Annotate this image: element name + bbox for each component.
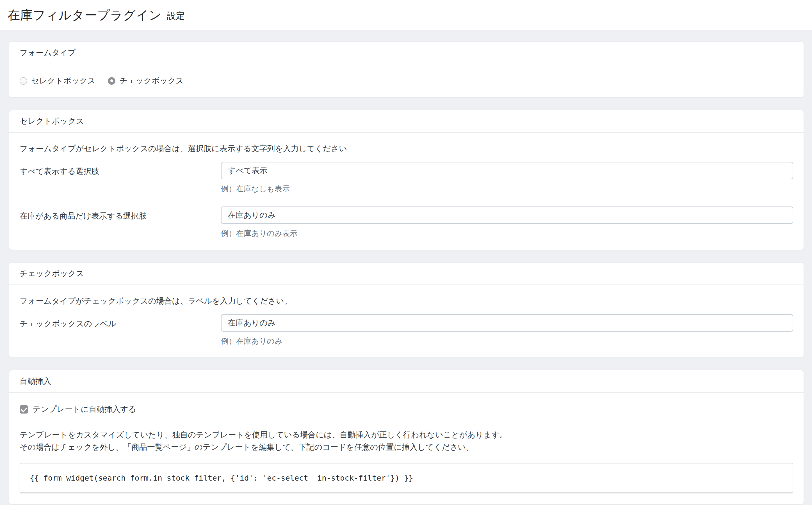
template-code-box: {{ form_widget(search_form.in_stock_filt… <box>20 463 793 493</box>
card-auto-insert: 自動挿入 テンプレートに自動挿入する テンプレートをカスタマイズしていたり、独自… <box>9 370 804 504</box>
radio-check-box[interactable] <box>108 77 115 85</box>
radio-option-select-box[interactable]: セレクトボックス <box>20 75 96 86</box>
auto-insert-note: テンプレートをカスタマイズしていたり、独自のテンプレートを使用している場合には、… <box>20 429 793 453</box>
checkbox-label-example: 例）在庫ありのみ <box>221 336 793 346</box>
show-all-input[interactable] <box>221 162 793 179</box>
in-stock-only-example: 例）在庫ありのみ表示 <box>221 228 793 238</box>
card-form-type: フォームタイプ セレクトボックス チェックボックス <box>9 41 804 98</box>
auto-insert-note-line2: その場合はチェックを外し、「商品一覧ページ」のテンプレートを編集して、下記のコー… <box>20 441 793 453</box>
template-code-snippet: {{ form_widget(search_form.in_stock_filt… <box>30 474 413 482</box>
check-box-description: フォームタイプがチェックボックスの場合は、ラベルを入力してください。 <box>20 296 793 306</box>
show-all-input-group: 例）在庫なしも表示 <box>221 162 793 194</box>
checkbox-label-input-group: 例）在庫ありのみ <box>221 314 793 346</box>
card-check-box-body: フォームタイプがチェックボックスの場合は、ラベルを入力してください。 チェックボ… <box>9 285 804 357</box>
auto-insert-checkbox[interactable] <box>20 405 28 413</box>
card-auto-insert-header: 自動挿入 <box>9 370 804 393</box>
show-all-label: すべて表示する選択肢 <box>20 162 221 177</box>
in-stock-only-input-group: 例）在庫ありのみ表示 <box>221 206 793 238</box>
page-title: 在庫フィルタープラグイン <box>8 7 162 24</box>
radio-option-check-box[interactable]: チェックボックス <box>108 75 184 86</box>
page-header: 在庫フィルタープラグイン 設定 <box>0 0 812 30</box>
show-all-example: 例）在庫なしも表示 <box>221 184 793 194</box>
select-box-description: フォームタイプがセレクトボックスの場合は、選択肢に表示する文字列を入力してくださ… <box>20 144 793 153</box>
checkbox-label-label: チェックボックスのラベル <box>20 314 221 329</box>
settings-content: フォームタイプ セレクトボックス チェックボックス セレクトボックス フォームタ… <box>0 30 812 504</box>
page-subtitle: 設定 <box>167 10 185 22</box>
in-stock-only-label: 在庫がある商品だけ表示する選択肢 <box>20 206 221 221</box>
card-auto-insert-body: テンプレートに自動挿入する テンプレートをカスタマイズしていたり、独自のテンプレ… <box>9 393 804 504</box>
card-check-box-header: チェックボックス <box>9 263 804 285</box>
in-stock-only-input[interactable] <box>221 206 793 224</box>
checkbox-label-input[interactable] <box>221 314 793 332</box>
radio-check-box-label: チェックボックス <box>119 75 184 86</box>
radio-select-box-label: セレクトボックス <box>31 75 96 86</box>
card-select-box-header: セレクトボックス <box>9 110 804 133</box>
card-form-type-header: フォームタイプ <box>9 42 804 64</box>
auto-insert-note-line1: テンプレートをカスタマイズしていたり、独自のテンプレートを使用している場合には、… <box>20 429 793 441</box>
card-select-box-body: フォームタイプがセレクトボックスの場合は、選択肢に表示する文字列を入力してくださ… <box>9 133 804 250</box>
field-row-in-stock-only: 在庫がある商品だけ表示する選択肢 例）在庫ありのみ表示 <box>20 206 793 238</box>
form-type-radio-group: セレクトボックス チェックボックス <box>20 75 793 86</box>
auto-insert-checkbox-label: テンプレートに自動挿入する <box>32 404 136 415</box>
field-row-checkbox-label: チェックボックスのラベル 例）在庫ありのみ <box>20 314 793 346</box>
card-select-box: セレクトボックス フォームタイプがセレクトボックスの場合は、選択肢に表示する文字… <box>9 110 804 250</box>
auto-insert-checkbox-row[interactable]: テンプレートに自動挿入する <box>20 404 793 415</box>
card-check-box: チェックボックス フォームタイプがチェックボックスの場合は、ラベルを入力してくだ… <box>9 262 804 358</box>
radio-select-box[interactable] <box>20 77 27 85</box>
field-row-show-all: すべて表示する選択肢 例）在庫なしも表示 <box>20 162 793 194</box>
card-form-type-body: セレクトボックス チェックボックス <box>9 64 804 97</box>
